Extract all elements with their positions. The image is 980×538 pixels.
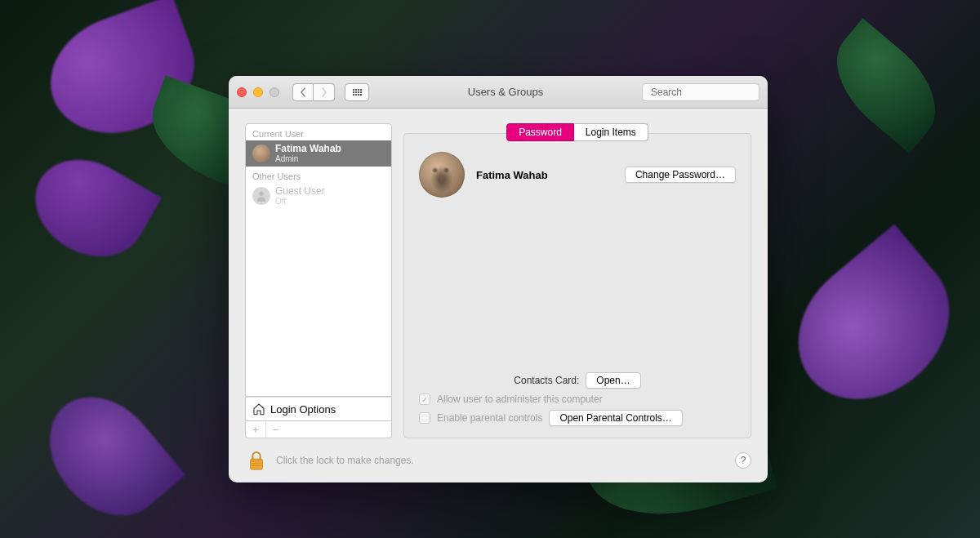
traffic-lights: [237, 87, 279, 97]
user-role: Off: [275, 197, 325, 206]
grid-icon: [353, 89, 362, 96]
prefs-window: Users & Groups Current User Fatima Wahab…: [229, 76, 768, 482]
change-password-button[interactable]: Change Password…: [625, 167, 736, 183]
admin-checkbox: ✓: [419, 393, 430, 405]
bg-leaf: [816, 18, 957, 153]
remove-user-button[interactable]: −: [265, 421, 285, 438]
titlebar: Users & Groups: [229, 76, 768, 109]
content-panel: Password Login Items Fatima Wahab Change…: [403, 123, 751, 438]
bg-petal: [769, 224, 978, 429]
user-avatar[interactable]: [419, 152, 465, 198]
current-user-row[interactable]: Fatima Wahab Admin: [246, 140, 391, 167]
lock-icon: [247, 450, 265, 471]
other-users-label: Other Users: [246, 167, 391, 183]
close-icon[interactable]: [237, 87, 247, 97]
help-button[interactable]: ?: [735, 452, 751, 469]
chevron-right-icon: [321, 87, 327, 97]
search-input[interactable]: [651, 87, 773, 98]
login-options-label: Login Options: [270, 403, 336, 416]
open-contacts-button[interactable]: Open…: [586, 372, 640, 389]
lock-button[interactable]: [245, 448, 268, 473]
svg-point-2: [259, 192, 263, 196]
profile-name: Fatima Wahab: [476, 169, 613, 181]
add-user-button[interactable]: +: [246, 421, 265, 438]
contacts-label: Contacts Card:: [514, 375, 579, 386]
parental-label: Enable parental controls: [437, 412, 542, 424]
admin-label: Allow user to administer this computer: [437, 393, 603, 405]
add-remove-bar: + −: [245, 421, 392, 438]
tabs: Password Login Items: [506, 123, 648, 141]
open-parental-controls-button[interactable]: Open Parental Controls…: [549, 410, 682, 426]
parental-checkbox: [419, 412, 430, 424]
house-icon: [252, 402, 265, 416]
login-options-button[interactable]: Login Options: [245, 397, 392, 421]
user-name: Guest User: [275, 186, 325, 197]
avatar-icon: [252, 145, 270, 162]
search-field[interactable]: [642, 83, 760, 101]
forward-button[interactable]: [314, 83, 335, 101]
users-sidebar: Current User Fatima Wahab Admin Other Us…: [245, 123, 392, 438]
password-panel: Fatima Wahab Change Password… Contacts C…: [403, 133, 751, 438]
user-role: Admin: [275, 154, 341, 163]
back-button[interactable]: [292, 83, 314, 101]
bg-petal: [27, 375, 186, 538]
chevron-left-icon: [300, 87, 306, 97]
show-all-button[interactable]: [345, 83, 369, 101]
contacts-row: Contacts Card: Open…: [419, 372, 736, 389]
tab-login-items[interactable]: Login Items: [574, 123, 648, 141]
user-list: Current User Fatima Wahab Admin Other Us…: [245, 123, 392, 397]
minimize-icon[interactable]: [253, 87, 263, 97]
current-user-label: Current User: [246, 124, 391, 140]
footer: Click the lock to make changes. ?: [245, 438, 751, 473]
window-title: Users & Groups: [376, 86, 635, 98]
guest-user-row[interactable]: Guest User Off: [246, 183, 391, 209]
avatar-placeholder-icon: [252, 187, 270, 205]
parental-row: Enable parental controls Open Parental C…: [419, 410, 736, 426]
tab-password[interactable]: Password: [506, 123, 574, 141]
profile-row: Fatima Wahab Change Password…: [419, 152, 736, 198]
svg-rect-3: [251, 459, 263, 469]
user-name: Fatima Wahab: [275, 144, 341, 154]
bg-petal: [18, 140, 162, 275]
zoom-icon: [270, 87, 279, 97]
nav-buttons: [292, 83, 335, 101]
lock-text: Click the lock to make changes.: [276, 455, 414, 466]
admin-row: ✓ Allow user to administer this computer: [419, 393, 736, 405]
